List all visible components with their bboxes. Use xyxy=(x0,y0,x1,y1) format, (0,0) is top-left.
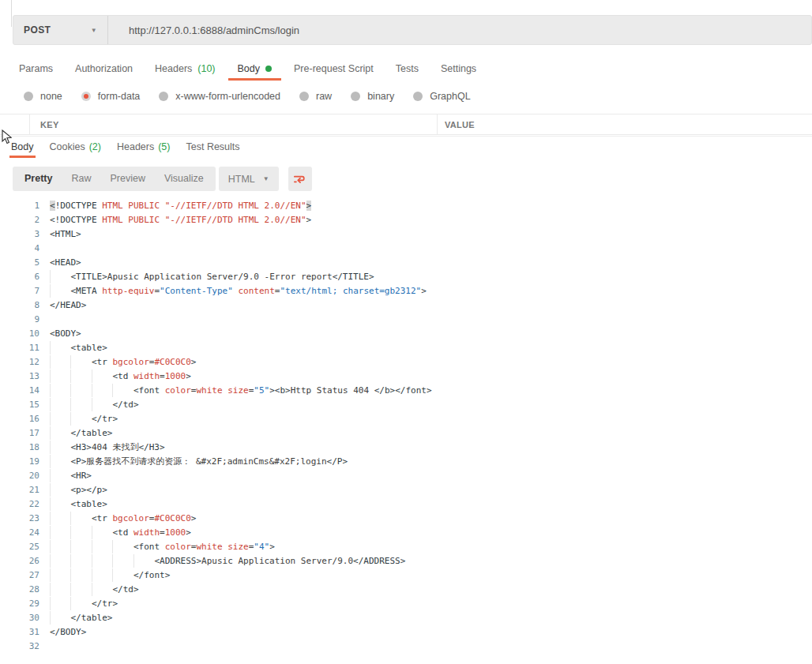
code-line: 3<HTML> xyxy=(0,227,812,242)
line-number: 11 xyxy=(0,341,39,355)
indent-guide xyxy=(92,370,112,383)
response-tab-cookies[interactable]: Cookies(2) xyxy=(48,137,103,158)
indent-guide xyxy=(112,384,133,397)
code-line: 23<tr bgcolor=#C0C0C0> xyxy=(0,512,812,526)
request-tabs: ParamsAuthorizationHeaders(10)BodyPre-re… xyxy=(9,58,489,81)
line-number: 13 xyxy=(0,370,39,384)
line-number: 16 xyxy=(0,412,39,426)
tab-label: Pre-request Script xyxy=(294,63,374,74)
line-number: 8 xyxy=(0,298,39,313)
body-mode-label: GraphQL xyxy=(430,91,470,102)
code-content: <!DOCTYPE HTML PUBLIC "-//IETF//DTD HTML… xyxy=(50,199,311,213)
kv-value-header: VALUE xyxy=(437,114,812,134)
code-line: 12<tr bgcolor=#C0C0C0> xyxy=(0,355,812,370)
code-line: 9 xyxy=(0,313,812,327)
indent-guide xyxy=(112,540,133,553)
line-number: 30 xyxy=(0,611,39,625)
request-method-url-bar: POST ▼ http://127.0.0.1:6888/adminCms/lo… xyxy=(13,15,812,45)
body-mode-form-data[interactable]: form-data xyxy=(81,91,141,102)
code-line: 17</table> xyxy=(0,426,812,441)
code-content: <TITLE>Apusic Application Server/9.0 -Er… xyxy=(50,270,374,284)
line-number: 21 xyxy=(0,483,39,497)
view-mode-visualize[interactable]: Visualize xyxy=(155,167,213,191)
code-line: 15</td> xyxy=(0,398,812,412)
code-content: <!DOCTYPE HTML PUBLIC "-//IETF//DTD HTML… xyxy=(50,213,311,227)
response-tab-test-results[interactable]: Test Results xyxy=(184,137,241,158)
indent-guide xyxy=(112,554,133,568)
code-content: <table> xyxy=(50,341,107,355)
chevron-down-icon: ▼ xyxy=(91,27,97,34)
indent-guide xyxy=(50,540,70,553)
indent-guide xyxy=(50,270,70,283)
indent-guide xyxy=(133,554,154,568)
indent-guide xyxy=(70,583,91,596)
indent-guide xyxy=(50,483,70,497)
line-number: 4 xyxy=(0,242,39,256)
indent-guide xyxy=(50,512,70,525)
code-line: 13<td width=1000> xyxy=(0,370,812,384)
url-input[interactable]: http://127.0.0.1:6888/adminCms/login xyxy=(108,24,299,36)
indent-guide xyxy=(50,426,70,440)
request-tab-authorization[interactable]: Authorization xyxy=(66,58,142,81)
response-tab-body[interactable]: Body xyxy=(9,137,36,158)
line-number: 27 xyxy=(0,568,39,583)
tab-label: Cookies xyxy=(50,141,85,152)
code-line: 31</BODY> xyxy=(0,625,812,640)
body-mode-raw[interactable]: raw xyxy=(299,91,332,102)
indent-guide xyxy=(112,568,133,582)
method-label: POST xyxy=(24,24,51,36)
body-mode-label: form-data xyxy=(98,91,141,102)
code-content: <td width=1000> xyxy=(50,370,191,384)
request-tab-tests[interactable]: Tests xyxy=(386,58,428,81)
request-tab-headers[interactable]: Headers(10) xyxy=(145,58,224,81)
body-mode-x-www-form-urlencoded[interactable]: x-www-form-urlencoded xyxy=(159,91,280,102)
view-mode-pretty[interactable]: Pretty xyxy=(15,167,62,191)
indent-guide xyxy=(50,341,70,355)
code-line: 4 xyxy=(0,242,812,256)
body-mode-binary[interactable]: binary xyxy=(351,91,394,102)
pane-divider xyxy=(11,0,12,27)
tab-label: Headers xyxy=(117,141,154,152)
body-mode-graphql[interactable]: GraphQL xyxy=(413,91,470,102)
format-select[interactable]: HTML ▼ xyxy=(219,167,279,191)
wrap-lines-button[interactable] xyxy=(288,167,312,191)
request-tab-params[interactable]: Params xyxy=(9,58,62,81)
indent-guide xyxy=(70,412,91,426)
indent-guide xyxy=(70,526,91,539)
line-number: 19 xyxy=(0,455,39,469)
code-content: <BODY> xyxy=(50,327,81,341)
request-tab-body[interactable]: Body xyxy=(228,58,282,81)
indent-guide xyxy=(70,540,91,553)
body-mode-label: binary xyxy=(367,91,394,102)
method-selector[interactable]: POST ▼ xyxy=(13,16,108,44)
line-number: 6 xyxy=(0,270,39,284)
format-label: HTML xyxy=(228,174,255,185)
code-line: 14<font color=white size="5"><b>Http Sta… xyxy=(0,384,812,398)
body-mode-label: none xyxy=(40,91,62,102)
indent-guide xyxy=(50,497,70,511)
indent-guide xyxy=(70,512,91,525)
line-number: 3 xyxy=(0,227,39,242)
code-line: 20<HR> xyxy=(0,469,812,483)
indent-guide xyxy=(50,455,70,468)
view-mode-raw[interactable]: Raw xyxy=(62,167,100,191)
code-line: 24<td width=1000> xyxy=(0,526,812,540)
response-tab-headers[interactable]: Headers(5) xyxy=(115,137,172,158)
line-number: 25 xyxy=(0,540,39,554)
tab-label: Params xyxy=(19,63,53,74)
request-tab-settings[interactable]: Settings xyxy=(431,58,486,81)
indent-guide xyxy=(50,526,70,539)
line-number: 24 xyxy=(0,526,39,540)
code-content: </td> xyxy=(50,398,139,412)
line-number: 22 xyxy=(0,497,39,512)
view-mode-preview[interactable]: Preview xyxy=(100,167,154,191)
indent-guide xyxy=(70,384,91,397)
code-line: 30</table> xyxy=(0,611,812,625)
radio-icon xyxy=(351,92,360,101)
code-content: <HR> xyxy=(50,469,92,483)
code-line: 16</tr> xyxy=(0,412,812,426)
request-tab-pre-request-script[interactable]: Pre-request Script xyxy=(284,58,383,81)
code-content: </tr> xyxy=(50,597,118,611)
body-mode-none[interactable]: none xyxy=(24,91,62,102)
indent-guide xyxy=(70,398,91,411)
